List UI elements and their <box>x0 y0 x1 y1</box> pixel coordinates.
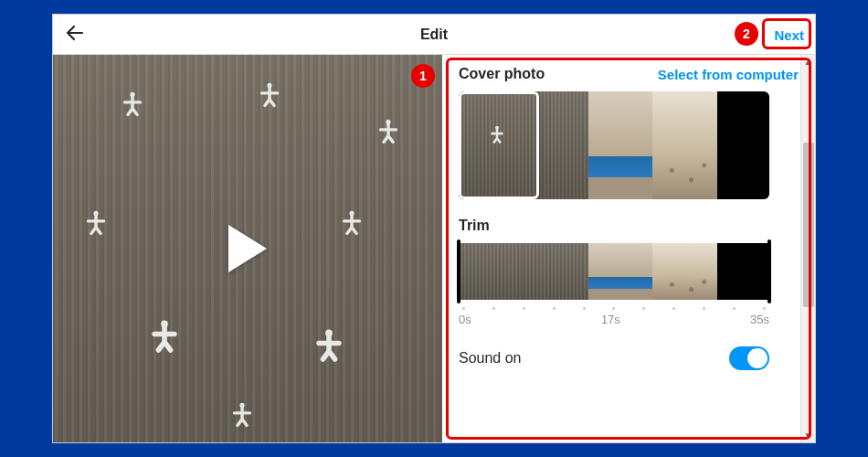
trim-handle-end[interactable] <box>767 239 771 303</box>
svg-point-4 <box>349 211 354 216</box>
annotation-badge-1: 1 <box>411 64 435 88</box>
diver-icon <box>485 125 509 149</box>
svg-point-1 <box>267 83 271 88</box>
svg-point-0 <box>130 92 134 97</box>
sound-label: Sound on <box>459 350 522 367</box>
diver-icon <box>309 329 349 369</box>
trim-frame <box>652 243 717 300</box>
cover-frame-selector[interactable] <box>459 91 539 199</box>
play-icon[interactable] <box>228 225 267 272</box>
diver-icon <box>254 82 285 113</box>
back-button[interactable] <box>64 22 86 48</box>
scroll-down-icon[interactable]: ▼ <box>804 430 813 441</box>
scroll-up-icon[interactable]: ▲ <box>804 57 813 67</box>
header-bar: Edit Next 2 <box>53 15 815 55</box>
edit-side-panel: Cover photo Select from computer Trim <box>442 55 815 442</box>
cover-frame <box>717 91 769 199</box>
cover-frame <box>652 91 717 199</box>
svg-point-5 <box>161 321 168 328</box>
diver-icon <box>373 119 404 150</box>
svg-point-8 <box>495 126 499 130</box>
svg-point-2 <box>386 120 390 124</box>
sound-toggle[interactable] <box>729 346 769 370</box>
cover-photo-header: Cover photo Select from computer <box>459 66 799 82</box>
trim-frame <box>588 243 653 300</box>
svg-point-6 <box>325 330 333 337</box>
timeline-mid: 17s <box>601 313 620 326</box>
svg-point-7 <box>239 403 244 408</box>
trim-frame <box>717 243 769 300</box>
diver-icon <box>144 320 185 360</box>
select-from-computer-link[interactable]: Select from computer <box>658 67 799 82</box>
cover-frame <box>588 91 653 199</box>
annotation-badge-2: 2 <box>735 22 758 46</box>
trim-frame <box>459 243 524 300</box>
scrollbar[interactable]: ▲ ▼ <box>800 55 815 442</box>
trim-handle-start[interactable] <box>457 239 460 303</box>
scrollbar-thumb[interactable] <box>803 143 814 307</box>
page-title: Edit <box>420 27 448 43</box>
cover-photo-strip[interactable] <box>459 91 769 199</box>
trim-frame <box>524 243 588 300</box>
app-window: Edit Next 2 1 Cover photo Se <box>52 14 816 443</box>
diver-icon <box>80 210 111 241</box>
diver-icon <box>227 402 258 433</box>
diver-icon <box>117 91 148 122</box>
timeline-dots <box>459 307 769 310</box>
arrow-left-icon <box>64 22 86 44</box>
cover-photo-label: Cover photo <box>459 66 545 82</box>
timeline-end: 35s <box>750 313 769 326</box>
toggle-knob <box>747 348 767 368</box>
content-area: 1 Cover photo Select from computer Trim <box>53 55 815 442</box>
svg-point-3 <box>93 211 98 216</box>
trim-strip[interactable] <box>459 243 769 300</box>
next-button[interactable]: Next <box>774 27 804 42</box>
video-preview[interactable]: 1 <box>53 55 442 442</box>
trim-label: Trim <box>459 218 799 234</box>
timeline-start: 0s <box>459 313 471 326</box>
trim-timeline: 0s 17s 35s <box>459 305 769 326</box>
diver-icon <box>336 210 367 241</box>
sound-row: Sound on <box>459 346 769 370</box>
